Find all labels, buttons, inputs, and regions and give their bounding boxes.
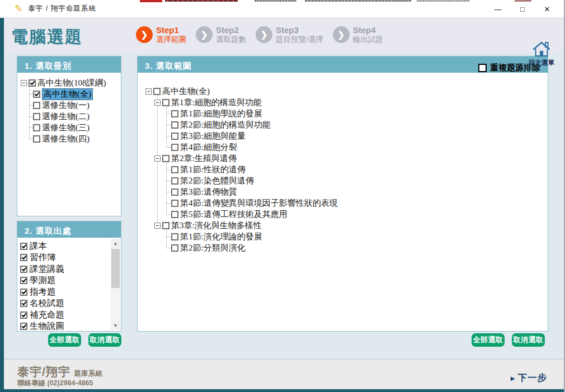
scroll-up-icon[interactable]: ▲	[111, 239, 120, 248]
step-2: ❯ Step2 選取題數	[196, 25, 246, 44]
source-item: 名校試題	[20, 298, 121, 310]
tree-node-section: 第2節:分類與演化	[163, 242, 548, 253]
section-label[interactable]: 第1節:性狀的遺傳	[180, 164, 246, 175]
source-checkbox[interactable]	[20, 300, 27, 307]
page-title: 電腦選題	[11, 26, 83, 49]
source-checkbox[interactable]	[20, 254, 27, 261]
section-label[interactable]: 第5節:遺傳工程技術及其應用	[180, 209, 288, 220]
deselect-sources-button[interactable]: 取消選取	[88, 333, 121, 347]
close-button[interactable]: ✕	[535, 0, 559, 18]
section-checkbox[interactable]	[171, 144, 178, 151]
collapse-icon[interactable]	[154, 100, 161, 106]
scrollbar-track[interactable]	[111, 248, 120, 321]
section-label[interactable]: 第2節:細胞的構造與功能	[180, 120, 271, 130]
source-checkbox[interactable]	[20, 323, 27, 330]
collapse-icon[interactable]	[145, 88, 152, 95]
source-label[interactable]: 習作簿	[30, 252, 56, 263]
collapse-icon[interactable]	[21, 80, 27, 86]
home-button[interactable]: 回主選單	[526, 41, 557, 67]
window-titlebar: ✎ 泰宇 / 翔宇命題系統 — □ ✕	[0, 0, 565, 18]
tree-node-root-volume: 高中生物(108課綱)	[21, 77, 121, 88]
section-checkbox[interactable]	[171, 133, 178, 140]
section-checkbox[interactable]	[171, 211, 178, 218]
section-checkbox[interactable]	[171, 166, 178, 173]
volume-checkbox[interactable]	[33, 124, 40, 131]
source-list: 課本 習作簿 課堂講義 學測題 指考題 名校試題	[17, 238, 121, 331]
source-label[interactable]: 課本	[30, 240, 47, 252]
dedupe-checkbox[interactable]	[478, 64, 487, 72]
source-item: 學測題	[20, 275, 121, 287]
app-pen-icon: ✎	[15, 3, 22, 15]
section-checkbox[interactable]	[171, 188, 178, 196]
section-label[interactable]: 第2節:分類與演化	[180, 243, 246, 253]
chapter-label[interactable]: 第2章:生殖與遺傳	[171, 153, 237, 164]
source-checkbox[interactable]	[20, 311, 27, 319]
volume-root-label[interactable]: 高中生物(108課綱)	[37, 78, 106, 88]
chapter-checkbox[interactable]	[162, 99, 170, 106]
section-checkbox[interactable]	[171, 233, 178, 240]
scope-root-checkbox[interactable]	[153, 88, 161, 95]
scope-root-label[interactable]: 高中生物(全)	[162, 86, 210, 97]
volume-label[interactable]: 選修生物(二)	[42, 111, 90, 122]
tree-node-section: 第3節:遺傳物質	[163, 186, 548, 197]
source-label[interactable]: 指考題	[30, 286, 56, 298]
volume-label-selected[interactable]: 高中生物(全)	[42, 88, 93, 100]
volume-checkbox[interactable]	[33, 135, 40, 143]
section-list: 第1節:細胞學說的發展 第2節:細胞的構造與功能 第3節:細胞與能量 第4節:細…	[163, 108, 548, 153]
source-label[interactable]: 課堂講義	[30, 263, 64, 275]
source-checkbox[interactable]	[20, 277, 27, 284]
select-all-sources-button[interactable]: 全部選取	[48, 333, 81, 347]
source-scrollbar[interactable]: ▲ ▼	[111, 239, 120, 330]
select-all-scope-button[interactable]: 全部選取	[472, 333, 505, 347]
tree-node-section: 第4節:遺傳變異與環境因子影響性狀的表現	[163, 197, 548, 209]
volume-label[interactable]: 選修生物(三)	[42, 122, 90, 133]
section-checkbox[interactable]	[171, 244, 178, 252]
chapter-checkbox[interactable]	[162, 222, 170, 229]
volume-root-checkbox[interactable]	[29, 79, 36, 87]
next-step-button[interactable]: ▶ 下一步	[511, 372, 547, 384]
section-label[interactable]: 第3節:遺傳物質	[180, 187, 237, 197]
chapter-label[interactable]: 第1章:細胞的構造與功能	[171, 97, 262, 108]
scrollbar-thumb[interactable]	[111, 249, 120, 288]
volume-checkbox[interactable]	[33, 102, 40, 109]
source-checkbox[interactable]	[20, 266, 27, 273]
panel3-title: 3. 選取範圍	[145, 61, 192, 72]
section-checkbox[interactable]	[171, 177, 178, 185]
volume-label[interactable]: 選修生物(一)	[42, 100, 90, 111]
volume-label[interactable]: 選修生物(四)	[42, 134, 90, 144]
chapter-checkbox[interactable]	[162, 155, 170, 162]
scope-tree: 高中生物(全) 第1章:細胞的構造與功能 第1節:細胞學說的發展	[138, 73, 548, 253]
section-label[interactable]: 第2節:染色體與遺傳	[180, 176, 254, 186]
source-label[interactable]: 學測題	[30, 275, 56, 286]
tree-node-section: 第5節:遺傳工程技術及其應用	[163, 209, 548, 220]
section-checkbox[interactable]	[171, 110, 178, 117]
source-checkbox[interactable]	[20, 289, 27, 296]
section-label[interactable]: 第1節:演化理論的發展	[180, 232, 262, 242]
volume-checkbox[interactable]	[33, 113, 40, 120]
collapse-icon[interactable]	[154, 223, 161, 229]
step-2-sublabel: 選取題數	[216, 35, 246, 44]
home-icon	[532, 41, 551, 56]
source-label[interactable]: 補充命題	[30, 309, 64, 321]
source-label[interactable]: 名校試題	[30, 297, 64, 309]
volume-checkbox[interactable]	[33, 91, 40, 98]
minimize-button[interactable]: —	[486, 0, 510, 18]
source-checkbox[interactable]	[20, 243, 27, 250]
tree-node-chapter: 第2章:生殖與遺傳	[154, 153, 548, 164]
section-checkbox[interactable]	[171, 121, 178, 129]
deselect-scope-button[interactable]: 取消選取	[512, 333, 545, 347]
step-3: ❯ Step3 題目預覽/選擇	[256, 25, 323, 44]
section-label[interactable]: 第4節:細胞分裂	[180, 142, 237, 153]
chapter-label[interactable]: 第3章:演化與生物多樣性	[171, 220, 262, 231]
section-label[interactable]: 第3節:細胞與能量	[180, 131, 246, 141]
source-item: 補充命題	[20, 309, 121, 321]
tree-node-section: 第2節:染色體與遺傳	[163, 175, 548, 186]
section-checkbox[interactable]	[171, 200, 178, 207]
source-label[interactable]: 生物說圖	[30, 320, 64, 331]
section-label[interactable]: 第1節:細胞學說的發展	[180, 108, 262, 119]
scroll-down-icon[interactable]: ▼	[111, 321, 120, 330]
maximize-button[interactable]: □	[510, 0, 535, 18]
collapse-icon[interactable]	[154, 155, 161, 162]
section-label[interactable]: 第4節:遺傳變異與環境因子影響性狀的表現	[180, 198, 338, 209]
tree-node-section: 第3節:細胞與能量	[163, 130, 548, 141]
